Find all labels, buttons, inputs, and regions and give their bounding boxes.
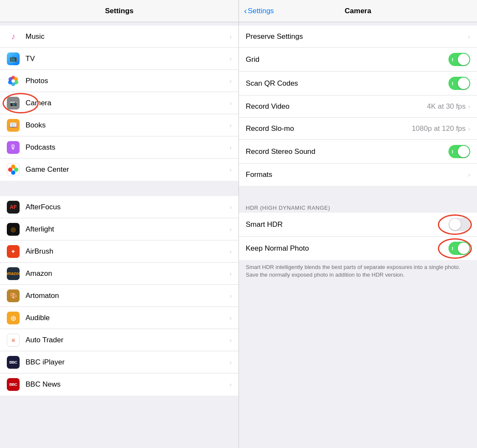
preserve-settings-label: Preserve Settings — [246, 32, 468, 41]
toggle-knob — [458, 54, 469, 65]
music-label: Music — [26, 32, 226, 41]
hdr-section-header: HDR (HIGH DYNAMIC RANGE) — [239, 201, 477, 213]
formats-label: Formats — [246, 171, 468, 179]
bbciplayer-icon: BBC — [7, 356, 20, 369]
books-label: Books — [26, 121, 226, 130]
airbrush-icon: ✦ — [7, 245, 20, 258]
record-stereo-toggle[interactable]: I — [448, 145, 470, 158]
sidebar-item-books[interactable]: 📖 Books › — [0, 114, 238, 136]
grid-item[interactable]: Grid I — [239, 48, 477, 72]
record-video-value: 4K at 30 fps — [427, 102, 466, 111]
camera-label: Camera — [26, 99, 226, 107]
keep-normal-label: Keep Normal Photo — [246, 244, 448, 253]
sidebar-item-artomaton[interactable]: 🎨 Artomaton › — [0, 285, 238, 307]
photos-icon — [7, 75, 20, 87]
scan-qr-item[interactable]: Scan QR Codes I — [239, 72, 477, 95]
gamecenter-label: Game Center — [26, 165, 226, 174]
keep-normal-toggle[interactable]: I — [448, 242, 470, 255]
artomaton-icon: 🎨 — [7, 289, 20, 302]
back-button[interactable]: ‹ Settings — [244, 6, 274, 16]
airbrush-chevron: › — [230, 248, 232, 255]
toggle-on-label-3: I — [452, 149, 453, 154]
scan-qr-label: Scan QR Codes — [246, 79, 448, 88]
toggle-on-label-5: I — [452, 246, 453, 251]
bbcnews-chevron: › — [230, 381, 232, 388]
sidebar-item-photos[interactable]: Photos › — [0, 70, 238, 92]
toggle-knob-3 — [458, 146, 469, 157]
sidebar-item-camera[interactable]: 📷 Camera › — [0, 92, 238, 114]
bbciplayer-label: BBC iPlayer — [26, 358, 226, 367]
sidebar-item-tv[interactable]: 📺 TV › — [0, 48, 238, 70]
formats-item[interactable]: Formats › — [239, 164, 477, 186]
camera-icon: 📷 — [7, 97, 20, 110]
record-video-chevron: › — [468, 103, 470, 110]
amazon-chevron: › — [230, 270, 232, 277]
sidebar-item-afterlight[interactable]: ◎ Afterlight › — [0, 218, 238, 240]
left-panel-title: Settings — [105, 7, 133, 15]
podcasts-label: Podcasts — [26, 143, 226, 152]
record-video-label: Record Video — [246, 102, 427, 111]
books-chevron: › — [230, 122, 232, 129]
grid-toggle[interactable]: I — [448, 53, 470, 66]
toggle-knob-4 — [449, 219, 461, 230]
sidebar-item-bbciplayer[interactable]: BBC BBC iPlayer › — [0, 351, 238, 373]
record-slomo-item[interactable]: Record Slo-mo 1080p at 120 fps › — [239, 118, 477, 140]
sidebar-item-bbcnews[interactable]: BBC BBC News › — [0, 373, 238, 396]
top-settings-list: ♪ Music › 📺 TV › — [0, 26, 238, 181]
tv-label: TV — [26, 55, 226, 63]
left-panel-header: Settings — [0, 0, 238, 22]
podcasts-icon: 🎙 — [7, 141, 20, 154]
back-label: Settings — [248, 7, 274, 15]
sidebar-item-podcasts[interactable]: 🎙 Podcasts › — [0, 136, 238, 159]
artomaton-label: Artomaton — [26, 292, 226, 300]
gamecenter-icon — [7, 163, 20, 176]
sidebar-item-afterfocus[interactable]: AF AfterFocus › — [0, 196, 238, 218]
preserve-settings-item[interactable]: Preserve Settings › — [239, 26, 477, 48]
books-icon: 📖 — [7, 119, 20, 132]
toggle-on-label-2: I — [452, 81, 453, 86]
sidebar-item-airbrush[interactable]: ✦ AirBrush › — [0, 240, 238, 263]
record-video-item[interactable]: Record Video 4K at 30 fps › — [239, 95, 477, 118]
record-slomo-label: Record Slo-mo — [246, 124, 412, 133]
grid-label: Grid — [246, 55, 448, 64]
sidebar-item-gamecenter[interactable]: Game Center › — [0, 159, 238, 181]
hdr-footer-text: Smart HDR intelligently blends the best … — [239, 260, 477, 284]
right-top-spacer — [239, 22, 477, 26]
artomaton-chevron: › — [230, 292, 232, 299]
photos-chevron: › — [230, 78, 232, 84]
right-panel: ‹ Settings Camera Preserve Settings › Gr… — [238, 0, 477, 448]
formats-chevron: › — [468, 171, 470, 178]
toggle-on-label: I — [452, 57, 453, 62]
music-chevron: › — [230, 33, 232, 40]
audible-icon: ◎ — [7, 312, 20, 324]
sidebar-item-amazon[interactable]: amazon Amazon › — [0, 263, 238, 285]
record-stereo-item[interactable]: Record Stereo Sound I — [239, 140, 477, 164]
sidebar-item-audible[interactable]: ◎ Audible › — [0, 307, 238, 329]
music-icon: ♪ — [7, 30, 20, 43]
left-panel: Settings ♪ Music › 📺 TV › — [0, 0, 238, 448]
svg-point-7 — [11, 79, 15, 83]
smart-hdr-item[interactable]: Smart HDR — [239, 213, 477, 237]
photos-label: Photos — [26, 77, 226, 85]
section-divider — [0, 181, 238, 196]
amazon-label: Amazon — [26, 269, 226, 278]
smart-hdr-toggle[interactable] — [448, 218, 470, 231]
toggle-knob-2 — [458, 78, 469, 89]
afterlight-label: Afterlight — [26, 225, 226, 234]
bottom-settings-list: AF AfterFocus › ◎ Afterlight › ✦ AirBrus… — [0, 196, 238, 396]
bbcnews-label: BBC News — [26, 380, 226, 389]
back-chevron-icon: ‹ — [244, 6, 247, 16]
smart-hdr-label: Smart HDR — [246, 220, 448, 229]
afterfocus-chevron: › — [230, 204, 232, 211]
keep-normal-item[interactable]: Keep Normal Photo I — [239, 237, 477, 260]
amazon-icon: amazon — [7, 267, 20, 280]
record-stereo-label: Record Stereo Sound — [246, 147, 448, 156]
autotrader-chevron: › — [230, 337, 232, 344]
bbcnews-icon: BBC — [7, 378, 20, 391]
scan-qr-toggle[interactable]: I — [448, 77, 470, 90]
sidebar-item-music[interactable]: ♪ Music › — [0, 26, 238, 48]
tv-icon: 📺 — [7, 52, 20, 65]
camera-chevron: › — [230, 100, 232, 107]
svg-point-11 — [11, 171, 15, 175]
sidebar-item-autotrader[interactable]: ≡ Auto Trader › — [0, 329, 238, 351]
